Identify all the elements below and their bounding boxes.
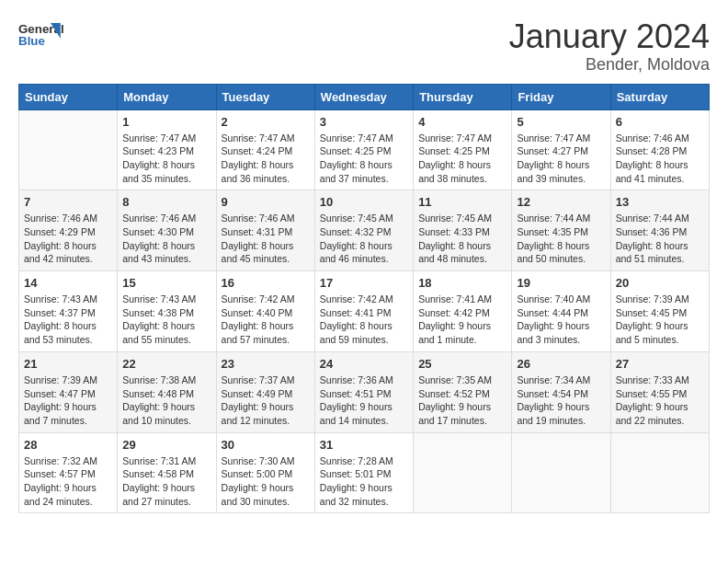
day-number: 26: [517, 357, 605, 371]
day-info: Sunrise: 7:46 AM Sunset: 4:31 PM Dayligh…: [222, 212, 310, 266]
day-number: 29: [122, 438, 210, 452]
page-header: General Blue January 2024 Bender, Moldov…: [18, 18, 710, 75]
title-area: January 2024 Bender, Moldova: [509, 18, 710, 75]
day-number: 18: [418, 276, 506, 290]
calendar-cell: 17Sunrise: 7:42 AM Sunset: 4:41 PM Dayli…: [314, 271, 413, 352]
day-info: Sunrise: 7:44 AM Sunset: 4:35 PM Dayligh…: [517, 212, 605, 266]
day-number: 24: [320, 357, 408, 371]
day-info: Sunrise: 7:40 AM Sunset: 4:44 PM Dayligh…: [517, 293, 605, 347]
svg-text:Blue: Blue: [18, 34, 45, 48]
calendar-cell: 14Sunrise: 7:43 AM Sunset: 4:37 PM Dayli…: [19, 271, 118, 352]
calendar-cell: 18Sunrise: 7:41 AM Sunset: 4:42 PM Dayli…: [414, 271, 512, 352]
day-info: Sunrise: 7:43 AM Sunset: 4:37 PM Dayligh…: [24, 293, 112, 347]
day-number: 4: [418, 115, 506, 129]
day-number: 31: [320, 438, 408, 452]
day-number: 3: [320, 115, 408, 129]
day-info: Sunrise: 7:46 AM Sunset: 4:29 PM Dayligh…: [24, 212, 112, 266]
day-number: 22: [122, 357, 210, 371]
day-number: 2: [222, 115, 310, 129]
logo: General Blue: [18, 18, 64, 51]
day-info: Sunrise: 7:33 AM Sunset: 4:55 PM Dayligh…: [616, 373, 704, 428]
day-number: 20: [616, 276, 704, 290]
calendar-cell: [19, 109, 118, 190]
day-info: Sunrise: 7:46 AM Sunset: 4:30 PM Dayligh…: [122, 212, 210, 266]
day-number: 15: [122, 276, 210, 290]
day-info: Sunrise: 7:39 AM Sunset: 4:47 PM Dayligh…: [24, 373, 112, 428]
weekday-header: Sunday: [19, 84, 118, 109]
day-number: 27: [616, 357, 704, 371]
calendar-cell: 16Sunrise: 7:42 AM Sunset: 4:40 PM Dayli…: [216, 271, 314, 352]
calendar-body: 1Sunrise: 7:47 AM Sunset: 4:23 PM Daylig…: [19, 109, 710, 513]
calendar-cell: 9Sunrise: 7:46 AM Sunset: 4:31 PM Daylig…: [216, 190, 314, 271]
calendar-cell: 2Sunrise: 7:47 AM Sunset: 4:24 PM Daylig…: [216, 109, 314, 190]
calendar-week-row: 14Sunrise: 7:43 AM Sunset: 4:37 PM Dayli…: [19, 271, 710, 352]
calendar-cell: 20Sunrise: 7:39 AM Sunset: 4:45 PM Dayli…: [610, 271, 709, 352]
day-number: 12: [517, 195, 605, 209]
day-info: Sunrise: 7:41 AM Sunset: 4:42 PM Dayligh…: [418, 293, 506, 347]
calendar-cell: 28Sunrise: 7:32 AM Sunset: 4:57 PM Dayli…: [19, 432, 118, 513]
day-number: 10: [320, 195, 408, 209]
calendar-cell: 30Sunrise: 7:30 AM Sunset: 5:00 PM Dayli…: [216, 432, 314, 513]
calendar-cell: 29Sunrise: 7:31 AM Sunset: 4:58 PM Dayli…: [118, 432, 216, 513]
weekday-header: Tuesday: [216, 84, 314, 109]
calendar-cell: 22Sunrise: 7:38 AM Sunset: 4:48 PM Dayli…: [118, 351, 216, 432]
day-number: 11: [418, 195, 506, 209]
day-number: 6: [616, 115, 704, 129]
calendar-cell: 1Sunrise: 7:47 AM Sunset: 4:23 PM Daylig…: [118, 109, 216, 190]
calendar-cell: [512, 432, 610, 513]
calendar-cell: 25Sunrise: 7:35 AM Sunset: 4:52 PM Dayli…: [414, 351, 512, 432]
day-number: 9: [222, 195, 310, 209]
calendar-week-row: 21Sunrise: 7:39 AM Sunset: 4:47 PM Dayli…: [19, 351, 710, 432]
day-info: Sunrise: 7:42 AM Sunset: 4:41 PM Dayligh…: [320, 293, 408, 347]
day-info: Sunrise: 7:47 AM Sunset: 4:24 PM Dayligh…: [222, 132, 310, 186]
calendar-cell: 6Sunrise: 7:46 AM Sunset: 4:28 PM Daylig…: [610, 109, 709, 190]
day-info: Sunrise: 7:28 AM Sunset: 5:01 PM Dayligh…: [320, 454, 408, 509]
day-number: 1: [122, 115, 210, 129]
weekday-header: Monday: [118, 84, 216, 109]
calendar-week-row: 1Sunrise: 7:47 AM Sunset: 4:23 PM Daylig…: [19, 109, 710, 190]
day-number: 7: [24, 195, 112, 209]
day-info: Sunrise: 7:47 AM Sunset: 4:25 PM Dayligh…: [320, 132, 408, 186]
calendar-cell: 21Sunrise: 7:39 AM Sunset: 4:47 PM Dayli…: [19, 351, 118, 432]
calendar-cell: 15Sunrise: 7:43 AM Sunset: 4:38 PM Dayli…: [118, 271, 216, 352]
weekday-header: Wednesday: [314, 84, 413, 109]
day-info: Sunrise: 7:47 AM Sunset: 4:27 PM Dayligh…: [517, 132, 605, 186]
day-info: Sunrise: 7:34 AM Sunset: 4:54 PM Dayligh…: [517, 373, 605, 428]
calendar-week-row: 28Sunrise: 7:32 AM Sunset: 4:57 PM Dayli…: [19, 432, 710, 513]
day-info: Sunrise: 7:31 AM Sunset: 4:58 PM Dayligh…: [122, 454, 210, 509]
calendar-cell: 11Sunrise: 7:45 AM Sunset: 4:33 PM Dayli…: [414, 190, 512, 271]
calendar-cell: 4Sunrise: 7:47 AM Sunset: 4:25 PM Daylig…: [414, 109, 512, 190]
day-info: Sunrise: 7:35 AM Sunset: 4:52 PM Dayligh…: [418, 373, 506, 428]
calendar-cell: [610, 432, 709, 513]
weekday-header: Friday: [512, 84, 610, 109]
day-number: 19: [517, 276, 605, 290]
day-info: Sunrise: 7:45 AM Sunset: 4:33 PM Dayligh…: [418, 212, 506, 266]
day-info: Sunrise: 7:44 AM Sunset: 4:36 PM Dayligh…: [616, 212, 704, 266]
calendar-week-row: 7Sunrise: 7:46 AM Sunset: 4:29 PM Daylig…: [19, 190, 710, 271]
day-number: 14: [24, 276, 112, 290]
calendar-header: SundayMondayTuesdayWednesdayThursdayFrid…: [19, 84, 710, 109]
day-info: Sunrise: 7:47 AM Sunset: 4:25 PM Dayligh…: [418, 132, 506, 186]
weekday-header: Saturday: [610, 84, 709, 109]
calendar-table: SundayMondayTuesdayWednesdayThursdayFrid…: [18, 84, 710, 514]
day-number: 13: [616, 195, 704, 209]
calendar-cell: 24Sunrise: 7:36 AM Sunset: 4:51 PM Dayli…: [314, 351, 413, 432]
day-info: Sunrise: 7:30 AM Sunset: 5:00 PM Dayligh…: [222, 454, 310, 509]
calendar-cell: 26Sunrise: 7:34 AM Sunset: 4:54 PM Dayli…: [512, 351, 610, 432]
day-info: Sunrise: 7:37 AM Sunset: 4:49 PM Dayligh…: [222, 373, 310, 428]
calendar-cell: [414, 432, 512, 513]
calendar-cell: 10Sunrise: 7:45 AM Sunset: 4:32 PM Dayli…: [314, 190, 413, 271]
calendar-cell: 23Sunrise: 7:37 AM Sunset: 4:49 PM Dayli…: [216, 351, 314, 432]
page-subtitle: Bender, Moldova: [509, 55, 710, 75]
day-number: 23: [222, 357, 310, 371]
calendar-cell: 13Sunrise: 7:44 AM Sunset: 4:36 PM Dayli…: [610, 190, 709, 271]
calendar-cell: 3Sunrise: 7:47 AM Sunset: 4:25 PM Daylig…: [314, 109, 413, 190]
day-info: Sunrise: 7:43 AM Sunset: 4:38 PM Dayligh…: [122, 293, 210, 347]
day-info: Sunrise: 7:38 AM Sunset: 4:48 PM Dayligh…: [122, 373, 210, 428]
day-number: 28: [24, 438, 112, 452]
day-number: 17: [320, 276, 408, 290]
calendar-cell: 8Sunrise: 7:46 AM Sunset: 4:30 PM Daylig…: [118, 190, 216, 271]
day-number: 21: [24, 357, 112, 371]
day-info: Sunrise: 7:36 AM Sunset: 4:51 PM Dayligh…: [320, 373, 408, 428]
day-info: Sunrise: 7:32 AM Sunset: 4:57 PM Dayligh…: [24, 454, 112, 509]
